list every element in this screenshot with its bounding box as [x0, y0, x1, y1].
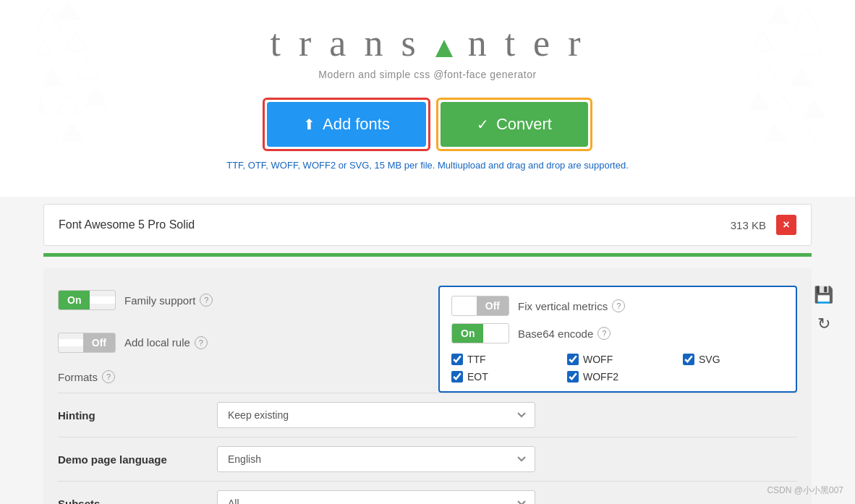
progress-bar — [43, 253, 812, 257]
svg-marker-5 — [76, 59, 100, 79]
demo-page-language-row: Demo page language English — [58, 437, 797, 481]
add-local-rule-off[interactable]: Off — [83, 333, 115, 352]
family-support-help-icon[interactable]: ? — [200, 294, 213, 307]
add-fonts-wrapper: ⬆ Add fonts — [263, 98, 430, 151]
header: t r a n s n t e r Modern and simple css … — [0, 0, 855, 197]
format-ttf[interactable]: TTF — [451, 354, 553, 365]
formats-checkboxes: TTF WOFF SVG EOT — [451, 354, 784, 383]
family-support-toggle[interactable]: On — [58, 290, 116, 310]
family-support-on[interactable]: On — [59, 291, 90, 309]
svg-marker-0 — [37, 8, 61, 27]
add-fonts-button[interactable]: ⬆ Add fonts — [267, 102, 426, 147]
format-woff-checkbox[interactable] — [567, 354, 579, 365]
format-svg-label: SVG — [699, 354, 720, 365]
add-local-rule-toggle[interactable]: Off — [58, 333, 116, 353]
format-woff2-label: WOFF2 — [583, 371, 618, 383]
format-svg[interactable]: SVG — [683, 354, 784, 365]
font-file-size: 313 KB — [731, 219, 766, 231]
add-fonts-label: Add fonts — [323, 115, 390, 134]
format-svg-checkbox[interactable] — [683, 354, 694, 365]
refresh-icon-button[interactable]: ↻ — [814, 315, 833, 333]
demo-page-language-select[interactable]: English — [217, 446, 535, 472]
formats-row: Formats ? — [58, 370, 417, 393]
convert-label: Convert — [496, 115, 552, 134]
settings-grid: On Family support ? Off Fix vert — [58, 286, 797, 393]
fix-vertical-metrics-help-icon[interactable]: ? — [612, 299, 625, 312]
add-local-rule-off-space[interactable] — [59, 339, 83, 346]
svg-marker-12 — [767, 4, 791, 23]
format-woff2[interactable]: WOFF2 — [567, 371, 668, 383]
convert-button[interactable]: ✓ Convert — [441, 102, 588, 147]
formats-label: Formats ? — [58, 370, 115, 383]
format-woff-label: WOFF — [583, 354, 613, 365]
upload-icon: ⬆ — [303, 116, 315, 133]
refresh-icon: ↻ — [817, 315, 830, 333]
font-file-right: 313 KB × — [731, 215, 796, 235]
subsets-select[interactable]: All — [217, 490, 535, 504]
base64-encode-off-space[interactable] — [483, 330, 509, 337]
right-icons: 💾 ↻ — [814, 286, 833, 333]
svg-marker-15 — [791, 67, 814, 86]
blue-highlight-box: Off Fix vertical metrics ? On Base64 enc… — [438, 286, 797, 393]
svg-marker-3 — [64, 32, 88, 51]
progress-bar-container — [43, 253, 812, 257]
family-support-off-space[interactable] — [90, 296, 115, 304]
family-support-row: On Family support ? — [58, 286, 417, 315]
close-icon: × — [783, 218, 789, 231]
remove-font-button[interactable]: × — [776, 215, 796, 235]
format-ttf-checkbox[interactable] — [451, 354, 463, 365]
svg-marker-2 — [37, 39, 53, 55]
add-local-rule-row: Off Add local rule ? — [58, 328, 417, 358]
format-eot-checkbox[interactable] — [451, 371, 463, 383]
base64-encode-row: On Base64 encode ? — [451, 323, 784, 343]
save-icon-button[interactable]: 💾 — [814, 286, 833, 304]
check-icon: ✓ — [477, 116, 489, 133]
fix-vertical-metrics-label: Fix vertical metrics ? — [518, 299, 625, 312]
add-local-rule-label: Add local rule ? — [124, 336, 208, 349]
save-icon: 💾 — [814, 286, 833, 304]
base64-encode-toggle[interactable]: On — [451, 323, 509, 343]
add-local-rule-help-icon[interactable]: ? — [195, 336, 208, 349]
svg-marker-4 — [41, 67, 64, 86]
svg-marker-1 — [56, 0, 80, 20]
subsets-label: Subsets — [58, 497, 203, 505]
svg-marker-22 — [435, 40, 453, 57]
family-support-label: Family support ? — [124, 294, 213, 307]
base64-encode-help-icon[interactable]: ? — [597, 327, 611, 340]
demo-page-language-label: Demo page language — [58, 453, 203, 466]
format-eot-label: EOT — [467, 371, 488, 383]
svg-marker-14 — [751, 32, 775, 51]
hinting-select[interactable]: Keep existing — [217, 402, 535, 428]
format-woff2-checkbox[interactable] — [567, 371, 579, 383]
base64-encode-on[interactable]: On — [452, 324, 483, 343]
font-file-row: Font Awesome 5 Pro Solid 313 KB × — [43, 204, 812, 246]
settings-area: On Family support ? Off Fix vert — [43, 268, 812, 504]
svg-marker-11 — [794, 8, 818, 27]
watermark: CSDN @小小黑007 — [767, 484, 843, 497]
format-woff[interactable]: WOFF — [567, 354, 668, 365]
buttons-area: ⬆ Add fonts ✓ Convert — [14, 98, 841, 151]
convert-wrapper: ✓ Convert — [436, 98, 592, 151]
svg-marker-13 — [799, 35, 822, 55]
base64-encode-label: Base64 encode ? — [518, 327, 611, 340]
format-ttf-label: TTF — [467, 354, 486, 365]
hinting-row: Hinting Keep existing — [58, 393, 797, 437]
hinting-label: Hinting — [58, 409, 203, 422]
subsets-row: Subsets All — [58, 481, 797, 504]
font-file-name: Font Awesome 5 Pro Solid — [59, 218, 195, 231]
svg-marker-16 — [755, 63, 779, 82]
format-eot[interactable]: EOT — [451, 371, 553, 383]
fix-vertical-metrics-off-space[interactable] — [452, 302, 477, 309]
fix-vertical-metrics-toggle[interactable]: Off — [451, 296, 509, 316]
fix-vertical-metrics-row: Off Fix vertical metrics ? — [451, 296, 784, 316]
fix-vertical-metrics-off[interactable]: Off — [477, 296, 509, 315]
formats-help-icon[interactable]: ? — [102, 370, 115, 383]
